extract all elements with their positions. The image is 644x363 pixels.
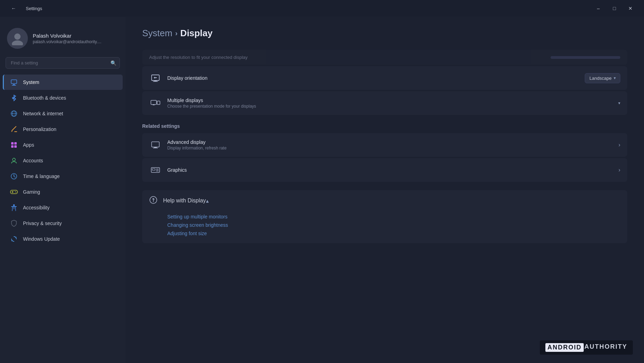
personalization-icon bbox=[10, 125, 18, 133]
sidebar-item-time[interactable]: Time & language bbox=[3, 169, 123, 184]
help-links: Setting up multiple monitors Changing sc… bbox=[142, 211, 627, 243]
svg-point-46 bbox=[153, 201, 154, 202]
help-header[interactable]: Help with Display ▴ bbox=[142, 190, 627, 211]
accessibility-icon bbox=[10, 203, 18, 212]
display-orientation-action: Landscape ▾ bbox=[585, 73, 620, 83]
help-expand-action: ▴ bbox=[206, 198, 209, 204]
sidebar-item-label-accounts: Accounts bbox=[23, 158, 43, 163]
advanced-display-content: Advanced display Display information, re… bbox=[167, 139, 619, 150]
help-section: Help with Display ▴ Setting up multiple … bbox=[142, 190, 627, 243]
advanced-display-action: › bbox=[619, 142, 620, 148]
svg-rect-15 bbox=[11, 145, 14, 148]
avatar bbox=[7, 28, 28, 49]
display-orientation-content: Display orientation bbox=[167, 75, 585, 81]
minimize-button[interactable]: – bbox=[590, 3, 606, 14]
svg-rect-3 bbox=[13, 84, 15, 85]
help-link-monitors[interactable]: Setting up multiple monitors bbox=[167, 214, 602, 219]
sidebar-item-label-apps: Apps bbox=[23, 142, 34, 148]
content-area: System › Display Adjust the resolution t… bbox=[125, 17, 644, 363]
user-profile: Palash Volvoikar palash.volvoikar@androi… bbox=[0, 22, 125, 57]
help-title-wrap: Help with Display bbox=[163, 198, 206, 204]
svg-rect-32 bbox=[153, 81, 158, 82]
multiple-displays-subtitle: Choose the presentation mode for your di… bbox=[167, 104, 618, 109]
breadcrumb-separator: › bbox=[175, 29, 178, 37]
svg-rect-21 bbox=[10, 190, 17, 194]
sidebar-item-gaming[interactable]: Gaming bbox=[3, 184, 123, 200]
chevron-up-icon: ▴ bbox=[206, 198, 209, 204]
chevron-right-icon-2: › bbox=[619, 167, 620, 173]
sidebar-item-network[interactable]: Network & internet bbox=[3, 106, 123, 121]
chevron-down-icon: ▾ bbox=[614, 76, 616, 80]
app-title: Settings bbox=[26, 6, 42, 11]
svg-line-20 bbox=[14, 176, 15, 177]
graphics-row[interactable]: Graphics › bbox=[142, 158, 627, 182]
sidebar-item-label-bluetooth: Bluetooth & devices bbox=[23, 95, 66, 101]
time-icon bbox=[10, 172, 18, 180]
svg-rect-38 bbox=[153, 148, 158, 148]
orientation-value: Landscape bbox=[589, 76, 612, 81]
svg-point-24 bbox=[15, 191, 16, 192]
help-icon bbox=[149, 196, 158, 206]
svg-rect-2 bbox=[11, 80, 17, 84]
sidebar: Palash Volvoikar palash.volvoikar@androi… bbox=[0, 17, 125, 363]
svg-rect-16 bbox=[14, 145, 17, 148]
sidebar-item-label-system: System bbox=[23, 79, 39, 85]
gaming-icon bbox=[10, 188, 18, 196]
sidebar-item-bluetooth[interactable]: Bluetooth & devices bbox=[3, 90, 123, 106]
update-icon bbox=[10, 235, 18, 243]
sidebar-item-system[interactable]: System bbox=[3, 75, 123, 90]
sidebar-item-accessibility[interactable]: Accessibility bbox=[3, 200, 123, 215]
close-button[interactable]: ✕ bbox=[622, 3, 638, 14]
system-icon bbox=[10, 78, 18, 86]
search-box: 🔍 bbox=[6, 57, 120, 69]
bluetooth-icon bbox=[10, 94, 18, 102]
sidebar-item-apps[interactable]: Apps bbox=[3, 137, 123, 153]
maximize-button[interactable]: □ bbox=[606, 3, 622, 14]
user-name: Palash Volvoikar bbox=[33, 33, 101, 39]
sidebar-item-privacy[interactable]: Privacy & security bbox=[3, 216, 123, 231]
graphics-title: Graphics bbox=[167, 167, 619, 173]
svg-rect-36 bbox=[152, 142, 159, 147]
advanced-display-title: Advanced display bbox=[167, 139, 619, 145]
multiple-displays-content: Multiple displays Choose the presentatio… bbox=[167, 98, 618, 109]
help-title: Help with Display bbox=[163, 198, 206, 204]
advanced-display-icon bbox=[149, 139, 162, 151]
watermark-android: ANDROID bbox=[545, 343, 584, 352]
sidebar-item-label-personalization: Personalization bbox=[23, 126, 56, 132]
svg-rect-33 bbox=[151, 100, 156, 105]
sidebar-item-accounts[interactable]: Accounts bbox=[3, 153, 123, 168]
help-link-font[interactable]: Adjusting font size bbox=[167, 231, 602, 236]
orientation-dropdown[interactable]: Landscape ▾ bbox=[585, 73, 620, 83]
svg-rect-37 bbox=[154, 147, 157, 148]
svg-rect-4 bbox=[12, 85, 16, 86]
sidebar-item-label-gaming: Gaming bbox=[23, 189, 40, 195]
back-button[interactable]: ← bbox=[6, 3, 22, 14]
breadcrumb: System › Display bbox=[142, 28, 627, 39]
resolution-row[interactable]: Adjust the resolution to fit your connec… bbox=[142, 50, 627, 65]
svg-point-17 bbox=[13, 158, 15, 161]
breadcrumb-current: Display bbox=[180, 28, 213, 39]
watermark-authority: AUTHORITY bbox=[584, 343, 627, 352]
svg-point-1 bbox=[12, 40, 23, 45]
chevron-down-icon-2: ▾ bbox=[618, 101, 620, 106]
sidebar-item-personalization[interactable]: Personalization bbox=[3, 122, 123, 137]
help-link-brightness[interactable]: Changing screen brightness bbox=[167, 222, 602, 228]
chevron-right-icon: › bbox=[619, 142, 620, 148]
search-icon: 🔍 bbox=[110, 60, 116, 66]
svg-line-10 bbox=[12, 126, 16, 131]
multiple-displays-row[interactable]: Multiple displays Choose the presentatio… bbox=[142, 91, 627, 115]
resolution-row-text: Adjust the resolution to fit your connec… bbox=[149, 55, 551, 60]
svg-rect-31 bbox=[154, 80, 157, 81]
sidebar-item-label-update: Windows Update bbox=[23, 236, 60, 242]
search-input[interactable] bbox=[6, 57, 120, 69]
graphics-action: › bbox=[619, 167, 620, 173]
titlebar-left: ← Settings bbox=[6, 3, 42, 14]
display-orientation-row[interactable]: Display orientation Landscape ▾ bbox=[142, 66, 627, 90]
sidebar-item-update[interactable]: Windows Update bbox=[3, 231, 123, 247]
svg-rect-14 bbox=[14, 142, 17, 145]
multiple-displays-title: Multiple displays bbox=[167, 98, 618, 103]
display-orientation-title: Display orientation bbox=[167, 75, 585, 81]
window-controls: – □ ✕ bbox=[590, 3, 638, 14]
advanced-display-row[interactable]: Advanced display Display information, re… bbox=[142, 133, 627, 157]
multiple-displays-action: ▾ bbox=[618, 101, 620, 106]
